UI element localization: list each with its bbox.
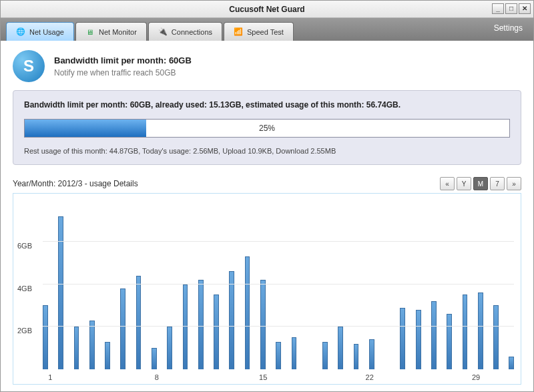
content-area: S Bandwidth limit per month: 60GB Notify… xyxy=(1,41,533,391)
window-title: Cucusoft Net Guard xyxy=(229,5,304,14)
usage-summary-text: Bandwidth limit per month: 60GB, already… xyxy=(24,100,510,110)
usage-progress-bar: 25% xyxy=(24,119,510,138)
close-button[interactable]: ✕ xyxy=(519,3,531,14)
tab-bar: 🌐Net Usage🖥Net Monitor🔌Connections📶Speed… xyxy=(1,18,533,41)
chart-bar xyxy=(400,308,405,369)
chart-bar xyxy=(447,314,452,369)
chart-bar xyxy=(198,280,204,369)
usage-progress-label: 25% xyxy=(25,120,509,137)
settings-link[interactable]: Settings xyxy=(494,23,523,33)
chart-y-tick-label: 6GB xyxy=(17,242,32,250)
chart-bar xyxy=(463,295,468,369)
chart-x-tick-label: 1 xyxy=(48,373,52,381)
chart-y-tick-label: 4GB xyxy=(17,284,32,292)
notify-threshold-label: Notify me when traffic reach 50GB xyxy=(54,68,192,77)
window-controls: _ □ ✕ xyxy=(492,3,531,14)
chart-gridline xyxy=(43,284,514,284)
chart-y-tick-label: 2GB xyxy=(17,327,32,335)
tab-label: Net Monitor xyxy=(99,28,137,36)
gauge-icon: 📶 xyxy=(234,27,243,37)
chart-bar xyxy=(338,327,343,369)
chart-bar xyxy=(478,292,483,369)
chart-bar xyxy=(105,342,110,369)
app-window: Cucusoft Net Guard _ □ ✕ 🌐Net Usage🖥Net … xyxy=(0,0,534,392)
globe-icon: 🌐 xyxy=(16,27,25,37)
tab-connections[interactable]: 🔌Connections xyxy=(148,22,222,41)
chart-x-tick-label: 8 xyxy=(155,373,159,381)
chart-bar xyxy=(214,295,219,369)
restore-button[interactable]: □ xyxy=(505,3,517,14)
chart-bar xyxy=(260,280,266,369)
chart-bar xyxy=(183,284,188,370)
range-year-button[interactable]: Y xyxy=(457,177,471,190)
chart-bar xyxy=(43,305,48,369)
titlebar: Cucusoft Net Guard _ □ ✕ xyxy=(1,1,533,18)
details-header-row: Year/Month: 2012/3 - usage Details «YM7» xyxy=(13,177,521,190)
chart-bar xyxy=(369,339,374,369)
tab-label: Net Usage xyxy=(29,28,64,36)
chart-bar xyxy=(292,337,297,369)
chart-bars xyxy=(43,199,514,369)
chart-gridline xyxy=(43,326,514,327)
tab-label: Speed Test xyxy=(247,28,284,36)
chart-bar xyxy=(416,310,421,369)
range-week-button[interactable]: 7 xyxy=(490,177,505,190)
chart-x-tick-label: 29 xyxy=(472,373,480,381)
tab-net-usage[interactable]: 🌐Net Usage xyxy=(6,22,74,41)
chart-bar xyxy=(89,321,95,369)
chart-bar xyxy=(509,357,514,369)
plug-icon: 🔌 xyxy=(158,27,168,37)
usage-summary-panel: Bandwidth limit per month: 60GB, already… xyxy=(13,90,521,165)
app-logo-icon: S xyxy=(13,50,45,82)
tab-net-monitor[interactable]: 🖥Net Monitor xyxy=(75,22,147,41)
monitor-icon: 🖥 xyxy=(85,27,95,37)
range-controls: «YM7» xyxy=(440,177,521,190)
chart-bar xyxy=(229,271,234,369)
chart-x-tick-label: 15 xyxy=(259,373,267,381)
details-period-label: Year/Month: 2012/3 - usage Details xyxy=(13,179,138,188)
minimize-button[interactable]: _ xyxy=(492,3,504,14)
chart-gridline xyxy=(43,241,514,242)
range-month-button[interactable]: M xyxy=(473,177,488,190)
tab-speed-test[interactable]: 📶Speed Test xyxy=(224,22,294,41)
bandwidth-limit-label: Bandwidth limit per month: 60GB xyxy=(54,55,192,65)
chart-bar xyxy=(167,327,172,369)
header-text: Bandwidth limit per month: 60GB Notify m… xyxy=(54,55,192,77)
header-row: S Bandwidth limit per month: 60GB Notify… xyxy=(13,50,521,82)
chart-bar xyxy=(322,342,328,369)
chart-plot-area xyxy=(43,199,514,369)
chart-bar xyxy=(74,327,79,369)
chart-bar xyxy=(493,305,499,369)
chart-bar xyxy=(245,256,250,369)
chart-bar xyxy=(354,344,359,369)
chart-bar xyxy=(120,288,125,369)
range-prev-button[interactable]: « xyxy=(440,177,455,190)
chart-bar xyxy=(58,216,63,370)
chart-bar xyxy=(152,348,157,369)
chart-bar xyxy=(276,342,281,369)
chart-bar xyxy=(136,276,142,369)
usage-footer-text: Rest usage of this month: 44.87GB, Today… xyxy=(24,147,510,155)
usage-chart: 2GB4GB6GB18152229 xyxy=(13,193,521,385)
tab-label: Connections xyxy=(172,28,212,36)
chart-x-tick-label: 22 xyxy=(366,373,374,381)
range-next-button[interactable]: » xyxy=(507,177,521,190)
chart-bar xyxy=(431,301,437,369)
